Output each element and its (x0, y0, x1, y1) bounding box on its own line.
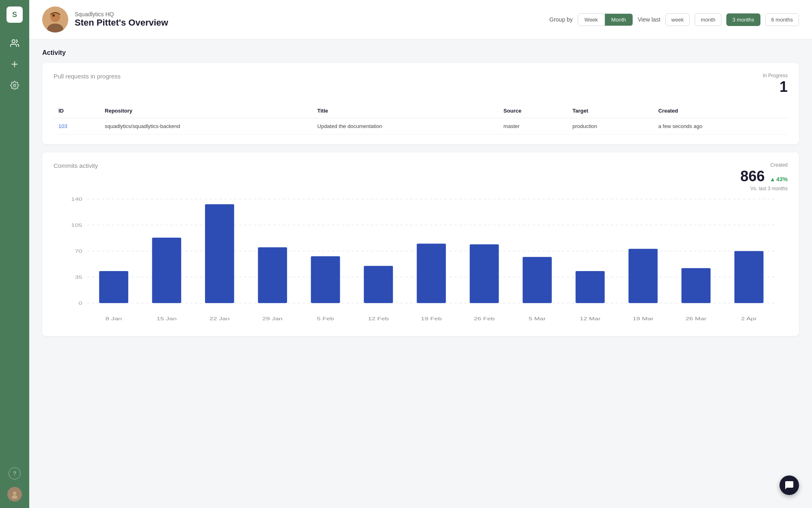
svg-text:35: 35 (75, 274, 82, 280)
svg-text:8 Jan: 8 Jan (106, 316, 122, 321)
svg-rect-35 (470, 244, 499, 303)
sidebar-bottom: ? (7, 465, 22, 501)
svg-point-0 (12, 40, 15, 43)
svg-rect-37 (523, 257, 552, 303)
pr-section-title: Pull requests in progress (54, 73, 121, 80)
in-progress-count: 1 (763, 78, 788, 96)
svg-point-3 (13, 84, 16, 87)
svg-text:12 Feb: 12 Feb (368, 316, 389, 321)
commits-count-row: 866 ▲ 43% (741, 168, 788, 185)
col-source: Source (499, 104, 568, 118)
table-row: 103 squadlytics/squadlytics-backend Upda… (54, 118, 788, 135)
in-progress-label: In Progress (763, 73, 788, 78)
group-by-toggle: Week Month (578, 13, 633, 26)
trend-arrow: ▲ (770, 176, 775, 182)
pr-in-progress: In Progress 1 (763, 73, 788, 96)
svg-text:0: 0 (79, 300, 82, 306)
group-by-label: Group by (549, 16, 573, 23)
svg-text:5 Mar: 5 Mar (529, 316, 546, 321)
commits-card: Commits activity Created 866 ▲ 43% Vs. l… (42, 152, 799, 336)
commits-stats: Created 866 ▲ 43% Vs. last 3 months (741, 162, 788, 191)
group-by-week[interactable]: Week (578, 14, 605, 26)
svg-text:140: 140 (71, 196, 82, 202)
view-6months-btn[interactable]: 6 months (765, 13, 799, 26)
svg-text:15 Jan: 15 Jan (157, 316, 177, 321)
pr-target: production (568, 118, 653, 135)
col-title: Title (313, 104, 499, 118)
svg-rect-41 (628, 249, 658, 303)
header: Squadlytics HQ Sten Pittet's Overview Gr… (29, 0, 812, 39)
header-title: Squadlytics HQ Sten Pittet's Overview (75, 11, 168, 28)
svg-text:29 Jan: 29 Jan (262, 316, 283, 321)
svg-rect-33 (417, 243, 446, 303)
pr-title: Updated the documentation (313, 118, 499, 135)
sidebar: S ? (0, 0, 29, 508)
pull-requests-card: Pull requests in progress In Progress 1 … (42, 63, 799, 144)
svg-text:22 Jan: 22 Jan (209, 316, 230, 321)
pr-id[interactable]: 103 (54, 118, 100, 135)
svg-text:19 Mar: 19 Mar (633, 316, 654, 321)
main-content: Squadlytics HQ Sten Pittet's Overview Gr… (29, 0, 812, 508)
svg-rect-23 (152, 238, 181, 303)
content-area: Activity Pull requests in progress In Pr… (29, 39, 812, 508)
commits-bar-chart: 035701051408 Jan15 Jan22 Jan29 Jan5 Feb1… (54, 195, 788, 325)
pr-created: a few seconds ago (653, 118, 788, 135)
view-3months-btn[interactable]: 3 months (726, 13, 760, 26)
header-controls: Group by Week Month View last week month… (549, 13, 799, 26)
svg-text:2 Apr: 2 Apr (741, 316, 757, 321)
svg-rect-21 (99, 271, 128, 303)
header-left: Squadlytics HQ Sten Pittet's Overview (42, 7, 168, 33)
chart-container: 035701051408 Jan15 Jan22 Jan29 Jan5 Feb1… (54, 195, 788, 326)
help-icon[interactable]: ? (9, 467, 21, 480)
sidebar-item-settings[interactable] (6, 77, 23, 93)
pr-source: master (499, 118, 568, 135)
commits-count: 866 (741, 168, 765, 185)
svg-rect-39 (576, 271, 605, 303)
view-week-btn[interactable]: week (665, 13, 690, 26)
user-avatar[interactable] (7, 487, 22, 501)
svg-rect-31 (364, 266, 393, 303)
svg-point-5 (13, 491, 17, 495)
group-by-month[interactable]: Month (605, 14, 633, 26)
chat-button[interactable] (780, 475, 799, 495)
col-repo: Repository (100, 104, 312, 118)
sidebar-item-add[interactable] (6, 56, 23, 72)
svg-text:5 Feb: 5 Feb (317, 316, 334, 321)
svg-text:12 Mar: 12 Mar (580, 316, 601, 321)
commits-header: Commits activity Created 866 ▲ 43% Vs. l… (54, 162, 788, 191)
commits-created-label: Created (741, 162, 788, 168)
pr-card-header: Pull requests in progress In Progress 1 (54, 73, 788, 96)
svg-rect-29 (311, 256, 340, 303)
org-name: Squadlytics HQ (75, 11, 168, 17)
col-created: Created (653, 104, 788, 118)
sidebar-item-people[interactable] (6, 35, 23, 51)
svg-text:105: 105 (71, 222, 82, 228)
svg-rect-43 (681, 268, 710, 303)
sidebar-logo[interactable]: S (6, 7, 23, 23)
commits-vs: Vs. last 3 months (741, 186, 788, 191)
svg-point-10 (52, 14, 55, 17)
profile-avatar (42, 7, 68, 33)
svg-rect-25 (205, 204, 234, 303)
col-target: Target (568, 104, 653, 118)
svg-text:26 Feb: 26 Feb (474, 316, 495, 321)
commits-trend: ▲ 43% (770, 176, 788, 182)
page-title: Sten Pittet's Overview (75, 17, 168, 28)
view-last-label: View last (638, 16, 661, 23)
view-month-btn[interactable]: month (695, 13, 721, 26)
activity-title: Activity (42, 49, 799, 56)
svg-text:19 Feb: 19 Feb (421, 316, 442, 321)
svg-text:70: 70 (75, 248, 82, 254)
svg-rect-45 (734, 251, 764, 303)
pr-repo: squadlytics/squadlytics-backend (100, 118, 312, 135)
svg-text:26 Mar: 26 Mar (686, 316, 707, 321)
commits-section-title: Commits activity (54, 162, 98, 169)
pr-table: ID Repository Title Source Target Create… (54, 104, 788, 135)
col-id: ID (54, 104, 100, 118)
trend-pct: 43% (776, 176, 788, 182)
svg-rect-27 (258, 247, 287, 303)
